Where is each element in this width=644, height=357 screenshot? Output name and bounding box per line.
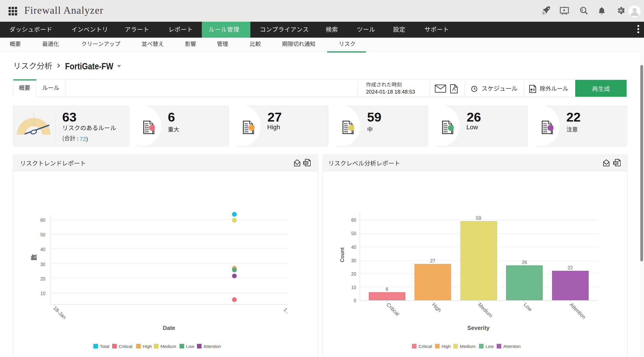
svg-text:PDF: PDF: [304, 162, 308, 164]
svg-text:PDF: PDF: [614, 162, 618, 164]
